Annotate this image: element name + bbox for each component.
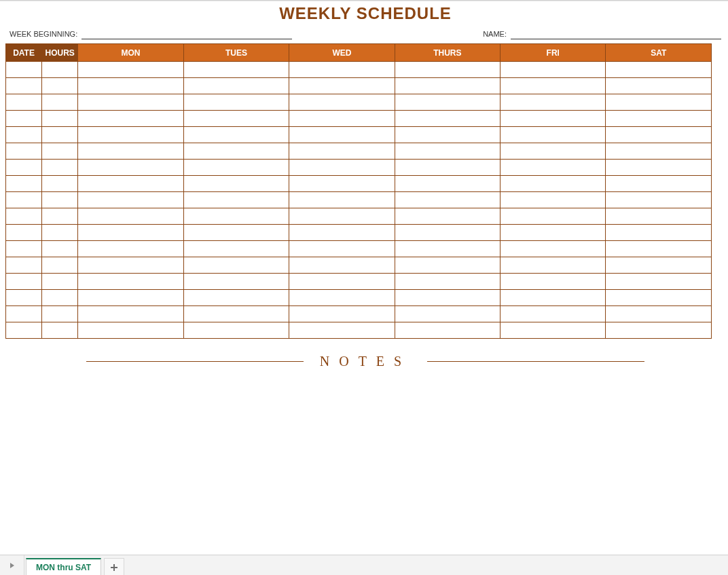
table-cell[interactable] [500, 192, 606, 208]
table-cell[interactable] [78, 62, 183, 78]
table-cell[interactable] [289, 290, 395, 306]
table-cell[interactable] [289, 208, 395, 225]
table-cell[interactable] [606, 257, 712, 274]
table-cell[interactable] [500, 127, 606, 143]
table-cell[interactable] [6, 306, 42, 322]
week-beginning-input-line[interactable] [81, 30, 292, 39]
table-cell[interactable] [78, 176, 183, 192]
table-cell[interactable] [6, 62, 42, 78]
table-cell[interactable] [606, 78, 712, 94]
table-cell[interactable] [78, 143, 183, 160]
table-cell[interactable] [289, 274, 395, 290]
table-cell[interactable] [500, 62, 606, 78]
table-cell[interactable] [6, 225, 42, 241]
table-cell[interactable] [183, 111, 289, 127]
table-cell[interactable] [606, 143, 712, 160]
table-cell[interactable] [42, 94, 78, 111]
table-cell[interactable] [289, 160, 395, 176]
table-cell[interactable] [42, 257, 78, 274]
table-cell[interactable] [289, 306, 395, 322]
table-cell[interactable] [606, 62, 712, 78]
table-cell[interactable] [6, 127, 42, 143]
table-cell[interactable] [78, 274, 183, 290]
table-cell[interactable] [606, 208, 712, 225]
tab-nav-button[interactable] [0, 555, 24, 575]
table-cell[interactable] [395, 176, 500, 192]
table-cell[interactable] [6, 94, 42, 111]
table-cell[interactable] [395, 111, 500, 127]
sheet-tab-active[interactable]: MON thru SAT [26, 558, 101, 575]
table-cell[interactable] [500, 143, 606, 160]
table-cell[interactable] [78, 192, 183, 208]
table-cell[interactable] [395, 225, 500, 241]
table-cell[interactable] [500, 274, 606, 290]
table-cell[interactable] [606, 176, 712, 192]
table-cell[interactable] [183, 241, 289, 257]
table-cell[interactable] [78, 290, 183, 306]
add-sheet-button[interactable] [104, 558, 124, 575]
table-cell[interactable] [78, 94, 183, 111]
table-cell[interactable] [6, 111, 42, 127]
table-cell[interactable] [183, 176, 289, 192]
table-cell[interactable] [183, 257, 289, 274]
table-cell[interactable] [500, 176, 606, 192]
table-cell[interactable] [183, 160, 289, 176]
table-cell[interactable] [606, 290, 712, 306]
table-cell[interactable] [78, 111, 183, 127]
table-cell[interactable] [395, 78, 500, 94]
table-cell[interactable] [500, 322, 606, 339]
table-cell[interactable] [395, 257, 500, 274]
table-cell[interactable] [395, 94, 500, 111]
table-cell[interactable] [183, 143, 289, 160]
table-cell[interactable] [606, 274, 712, 290]
table-cell[interactable] [500, 241, 606, 257]
table-cell[interactable] [395, 208, 500, 225]
table-cell[interactable] [606, 306, 712, 322]
table-cell[interactable] [6, 192, 42, 208]
table-cell[interactable] [183, 192, 289, 208]
table-cell[interactable] [289, 241, 395, 257]
table-cell[interactable] [395, 62, 500, 78]
table-cell[interactable] [500, 290, 606, 306]
table-cell[interactable] [183, 306, 289, 322]
table-cell[interactable] [183, 208, 289, 225]
table-cell[interactable] [606, 322, 712, 339]
table-cell[interactable] [289, 176, 395, 192]
table-cell[interactable] [500, 94, 606, 111]
table-cell[interactable] [606, 225, 712, 241]
table-cell[interactable] [42, 160, 78, 176]
table-cell[interactable] [395, 306, 500, 322]
table-cell[interactable] [78, 257, 183, 274]
table-cell[interactable] [78, 322, 183, 339]
table-cell[interactable] [500, 225, 606, 241]
table-cell[interactable] [42, 290, 78, 306]
table-cell[interactable] [289, 62, 395, 78]
table-cell[interactable] [42, 143, 78, 160]
table-cell[interactable] [42, 322, 78, 339]
table-cell[interactable] [289, 78, 395, 94]
table-cell[interactable] [395, 274, 500, 290]
table-cell[interactable] [183, 290, 289, 306]
table-cell[interactable] [289, 225, 395, 241]
table-cell[interactable] [500, 160, 606, 176]
table-cell[interactable] [606, 241, 712, 257]
table-cell[interactable] [500, 78, 606, 94]
name-input-line[interactable] [511, 30, 721, 39]
table-cell[interactable] [289, 322, 395, 339]
table-cell[interactable] [395, 290, 500, 306]
table-cell[interactable] [6, 176, 42, 192]
table-cell[interactable] [606, 94, 712, 111]
table-cell[interactable] [42, 62, 78, 78]
table-cell[interactable] [500, 208, 606, 225]
table-cell[interactable] [289, 257, 395, 274]
table-cell[interactable] [289, 111, 395, 127]
table-cell[interactable] [42, 78, 78, 94]
table-cell[interactable] [606, 127, 712, 143]
table-cell[interactable] [395, 127, 500, 143]
table-cell[interactable] [289, 143, 395, 160]
table-cell[interactable] [42, 176, 78, 192]
table-cell[interactable] [42, 225, 78, 241]
table-cell[interactable] [183, 62, 289, 78]
table-cell[interactable] [289, 127, 395, 143]
table-cell[interactable] [6, 208, 42, 225]
